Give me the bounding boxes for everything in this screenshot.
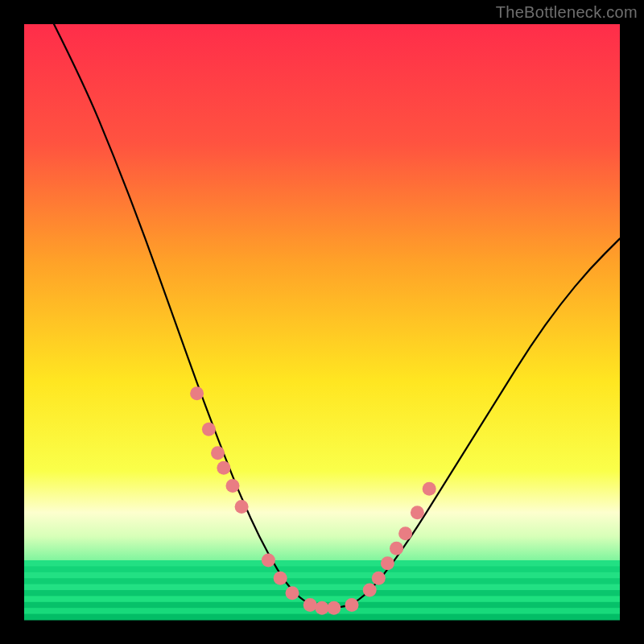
plot-background (24, 24, 620, 620)
data-dot (226, 479, 240, 493)
data-dot (202, 423, 216, 436)
data-dot (286, 586, 299, 600)
data-dot (363, 584, 377, 597)
bottleneck-chart (0, 0, 644, 644)
green-band (24, 590, 620, 597)
data-dot (211, 446, 225, 460)
data-dot (398, 526, 412, 540)
watermark-label: TheBottleneck.com (496, 3, 638, 22)
data-dot (327, 601, 341, 615)
green-band (24, 614, 620, 621)
data-dot (274, 572, 287, 585)
green-band (24, 572, 620, 579)
data-dot (345, 598, 359, 612)
data-dot (217, 461, 230, 475)
data-dot (381, 556, 394, 570)
chart-stage: TheBottleneck.com (0, 0, 644, 644)
data-dot (372, 572, 386, 585)
green-band (24, 566, 620, 572)
data-dot (411, 506, 424, 519)
green-band (24, 584, 620, 591)
green-band (24, 578, 620, 584)
data-dot (303, 598, 317, 612)
green-band (24, 560, 620, 567)
data-dot (235, 500, 249, 514)
data-dot (262, 554, 275, 568)
data-dot (316, 601, 329, 615)
data-dot (423, 482, 436, 496)
data-dot (190, 386, 204, 400)
data-dot (390, 542, 403, 555)
